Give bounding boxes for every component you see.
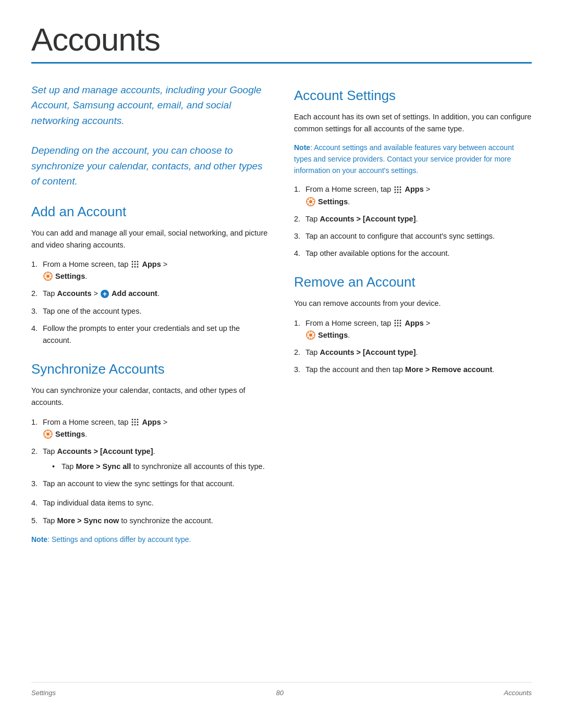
- step-item: 2. Tap Accounts > [Account type].: [294, 213, 532, 225]
- svg-point-11: [132, 418, 133, 420]
- sync-steps: 1. From a Home screen, tap: [31, 416, 269, 490]
- step-bold: More > Remove account: [405, 365, 492, 374]
- svg-point-13: [137, 418, 139, 420]
- step-item: 5. Tap More > Sync now to synchronize th…: [31, 515, 269, 527]
- svg-point-6: [132, 266, 133, 268]
- svg-point-12: [134, 418, 136, 420]
- step-item: 3. Tap one of the account types.: [31, 305, 269, 317]
- sync-note: Note: Settings and options differ by acc…: [31, 534, 269, 546]
- remove-account-body: You can remove accounts from your device…: [294, 298, 532, 310]
- step-number: 2.: [31, 288, 38, 300]
- svg-point-35: [400, 319, 401, 321]
- step-bold: Accounts > [Account type]: [320, 348, 415, 356]
- step-item: 3. Tap an account to configure that acco…: [294, 230, 532, 242]
- svg-point-10: [46, 275, 50, 278]
- intro-para2: Depending on the account, you can choose…: [31, 143, 269, 189]
- svg-point-0: [132, 261, 133, 263]
- footer-right: Accounts: [504, 689, 532, 697]
- page-title: Accounts: [31, 21, 532, 58]
- step-item: 2. Tap Accounts > [Account type]. Tap Mo…: [31, 446, 269, 473]
- step-number: 3.: [31, 305, 38, 317]
- bullet-item: Tap More > Sync all to synchronize all a…: [52, 461, 269, 473]
- step-number: 3.: [294, 364, 300, 376]
- svg-point-21: [46, 433, 50, 436]
- step-number: 1.: [294, 183, 300, 195]
- sync-title: Synchronize Accounts: [31, 361, 269, 377]
- settings-icon: [43, 429, 53, 439]
- add-account-steps: 1. From a Home screen, tap: [31, 258, 269, 347]
- remove-account-title: Remove an Account: [294, 274, 532, 290]
- two-col-layout: Set up and manage accounts, including yo…: [31, 82, 532, 651]
- step-item: 1. From a Home screen, tap: [294, 317, 532, 341]
- step-number: 4.: [294, 248, 300, 260]
- note-content: Account settings and available features …: [294, 143, 514, 174]
- step-item: 4. Follow the prompts to enter your cred…: [31, 323, 269, 347]
- step-number: 5.: [31, 515, 38, 527]
- add-account-title: Add an Account: [31, 204, 269, 220]
- step-number: 4.: [31, 497, 38, 509]
- settings-icon: [43, 272, 53, 281]
- apps-icon: [394, 186, 402, 194]
- svg-point-22: [395, 186, 396, 188]
- apps-label: Apps: [142, 260, 161, 268]
- account-settings-note: Note: Account settings and available fea…: [294, 142, 532, 176]
- add-circle-icon: +: [101, 290, 109, 298]
- step-bold: Accounts: [57, 289, 91, 298]
- svg-point-2: [137, 261, 139, 263]
- svg-point-7: [134, 266, 136, 268]
- settings-icon: [306, 197, 315, 206]
- step-bold: More > Sync now: [57, 516, 119, 525]
- svg-point-41: [400, 325, 401, 326]
- title-divider: [31, 62, 532, 64]
- svg-point-30: [400, 191, 401, 193]
- note-label: Note: [294, 143, 310, 152]
- apps-label: Apps: [405, 319, 423, 327]
- step-number: 1.: [31, 416, 38, 428]
- svg-point-25: [395, 189, 396, 190]
- step-number: 1.: [294, 317, 300, 329]
- sync-extra-steps: 4. Tap individual data items to sync. 5.…: [31, 497, 269, 526]
- svg-point-32: [309, 200, 312, 203]
- step-bold: Accounts > [Account type]: [320, 215, 415, 223]
- page: Accounts Set up and manage accounts, inc…: [0, 0, 563, 728]
- apps-icon: [394, 319, 402, 327]
- apps-label: Apps: [142, 418, 161, 426]
- step-bold: More > Sync all: [76, 462, 131, 471]
- step-bold: Accounts > [Account type]: [57, 447, 153, 455]
- left-column: Set up and manage accounts, including yo…: [31, 82, 269, 651]
- step-item: 1. From a Home screen, tap: [294, 183, 532, 207]
- settings-icon: [306, 330, 315, 340]
- apps-label: Apps: [405, 185, 423, 193]
- svg-point-28: [395, 191, 396, 193]
- svg-point-40: [397, 325, 399, 326]
- add-account-body: You can add and manage all your email, s…: [31, 227, 269, 251]
- settings-label: Settings: [55, 272, 85, 280]
- step-number: 2.: [31, 446, 38, 458]
- svg-point-1: [134, 261, 136, 263]
- svg-point-37: [397, 322, 399, 324]
- step-item: 4. Tap individual data items to sync.: [31, 497, 269, 509]
- svg-point-8: [137, 266, 139, 268]
- svg-point-33: [395, 319, 396, 321]
- remove-account-steps: 1. From a Home screen, tap: [294, 317, 532, 376]
- footer-left: Settings: [31, 689, 56, 697]
- svg-point-17: [132, 424, 133, 425]
- step-number: 3.: [294, 230, 300, 242]
- settings-label: Settings: [318, 198, 348, 206]
- step-item: 4. Tap other available options for the a…: [294, 248, 532, 260]
- svg-point-24: [400, 186, 401, 188]
- add-account-section: Add an Account You can add and manage al…: [31, 204, 269, 347]
- note-label: Note: [31, 535, 47, 544]
- footer-center: 80: [276, 689, 284, 697]
- step-item: 1. From a Home screen, tap: [31, 258, 269, 282]
- settings-label: Settings: [55, 430, 85, 438]
- step-item: 3. Tap the account and then tap More > R…: [294, 364, 532, 376]
- account-settings-title: Account Settings: [294, 88, 532, 104]
- svg-point-26: [397, 189, 399, 190]
- account-settings-section: Account Settings Each account has its ow…: [294, 88, 532, 260]
- svg-point-3: [132, 264, 133, 265]
- remove-account-section: Remove an Account You can remove account…: [294, 274, 532, 376]
- sync-accounts-section: Synchronize Accounts You can synchronize…: [31, 361, 269, 545]
- right-column: Account Settings Each account has its ow…: [294, 82, 532, 651]
- svg-point-14: [132, 421, 133, 423]
